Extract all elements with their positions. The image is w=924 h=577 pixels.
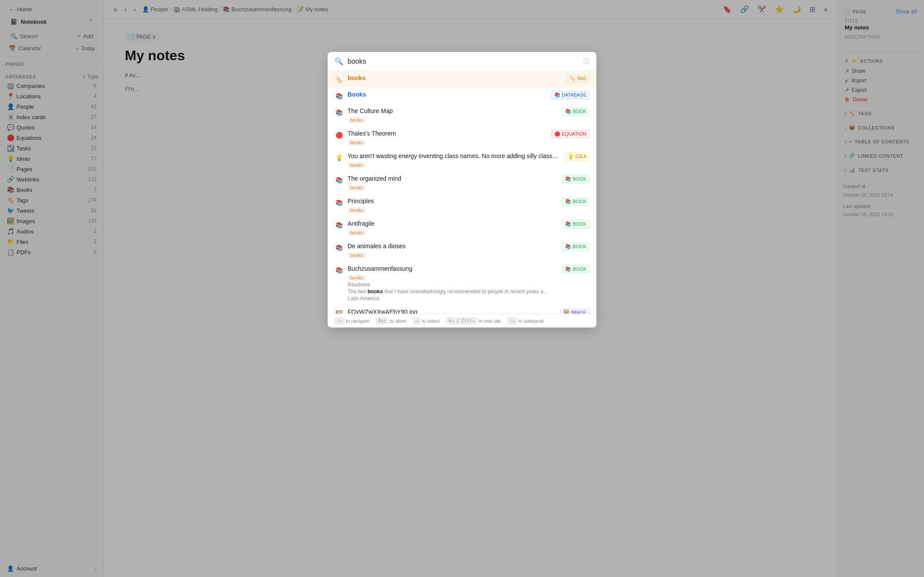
search-footer: ↑↓ to navigate Esc to abort ↵ to select … bbox=[328, 314, 596, 327]
badge-organized-mind: 📚 BOOK bbox=[562, 175, 589, 183]
esc-key: Esc bbox=[376, 318, 388, 324]
result-content-organized-mind: The organized mind books bbox=[348, 175, 558, 191]
tag-row-buchzusammenfassung: books bbox=[348, 273, 558, 281]
search-result-idea-class[interactable]: 💡 You aren't wasting energy inventing cl… bbox=[328, 149, 596, 172]
result-name-foxwz: FOxWZwXXwAEbY90.jpg bbox=[348, 308, 556, 314]
footer-navigate: ↑↓ to navigate bbox=[335, 318, 369, 324]
shift-enter-key: ⇧↵ bbox=[508, 318, 517, 324]
result-name-organized-mind: The organized mind bbox=[348, 175, 558, 182]
nav-label: to navigate bbox=[346, 318, 369, 324]
badge-buchzusammenfassung: 📚 BOOK bbox=[562, 265, 589, 273]
result-content-de-animales: De animales a dioses books bbox=[348, 243, 558, 258]
result-icon-antifragile: 📚 bbox=[335, 221, 343, 230]
sidepanel-label: in sidepanel bbox=[519, 318, 544, 324]
search-result-books-db[interactable]: 📚 Books 📚 DATABASE bbox=[328, 88, 596, 104]
tag-badge-culture-map: books bbox=[348, 117, 365, 123]
result-content-books-db: Books bbox=[348, 91, 547, 98]
search-results: 🏷️ books 🏷️ TAG 📚 Books 📚 DATABASE 📚 The… bbox=[328, 71, 596, 314]
result-content-culture-map: The Culture Map books bbox=[348, 107, 558, 123]
result-icon-foxwz: 🖼️ bbox=[335, 309, 343, 314]
result-name-books-db: Books bbox=[348, 91, 547, 98]
search-result-principles[interactable]: 📚 Principles books 📚 BOOK bbox=[328, 194, 596, 217]
result-name-culture-map: The Culture Map bbox=[348, 107, 558, 114]
tag-row-thales: books bbox=[348, 138, 547, 146]
badge-foxwz: 🖼️ IMAGE bbox=[560, 308, 589, 314]
tag-badge-de-animales: books bbox=[348, 252, 365, 258]
result-name-de-animales: De animales a dioses bbox=[348, 243, 558, 250]
result-icon-culture-map: 📚 bbox=[335, 108, 343, 117]
result-content-thales: Thales's Theorem books bbox=[348, 130, 547, 146]
search-result-antifragile[interactable]: 📚 Antifragile books 📚 BOOK bbox=[328, 217, 596, 239]
footer-abort: Esc to abort bbox=[376, 318, 406, 324]
badge-idea-class: 💡 IDEA bbox=[565, 152, 589, 161]
result-content-antifragile: Antifragile books bbox=[348, 220, 558, 236]
result-name-antifragile: Antifragile bbox=[348, 220, 558, 227]
result-icon-books-db: 📚 bbox=[335, 92, 343, 100]
subline-buchzusammenfassung-2: Latin America bbox=[348, 295, 558, 301]
result-icon-buchzusammenfassung: 📚 bbox=[335, 266, 343, 275]
result-name-books-tag: books bbox=[348, 75, 562, 81]
result-icon-books-tag: 🏷️ bbox=[335, 75, 343, 84]
result-icon-organized-mind: 📚 bbox=[335, 176, 343, 185]
badge-antifragile: 📚 BOOK bbox=[562, 220, 589, 228]
result-icon-thales: 🔴 bbox=[335, 131, 343, 139]
tag-badge-principles: books bbox=[348, 207, 365, 213]
new-tab-label: in new tab bbox=[478, 318, 500, 324]
result-content-foxwz: FOxWZwXXwAEbY90.jpg books bbox=[348, 308, 556, 314]
search-input-row: 🔍 ⓘ bbox=[328, 52, 596, 71]
result-content-books-tag: books bbox=[348, 75, 562, 81]
subline-buchzusammenfassung-1: The two books that I have overwhelmingly… bbox=[348, 288, 558, 295]
search-modal-icon: 🔍 bbox=[335, 57, 343, 65]
badge-books-db: 📚 DATABASE bbox=[551, 91, 589, 99]
result-icon-de-animales: 📚 bbox=[335, 243, 343, 252]
tag-row-de-animales: books bbox=[348, 251, 558, 258]
result-name-buchzusammenfassung: Buchzusammenfassung bbox=[348, 265, 558, 272]
tag-badge-idea-class: books bbox=[348, 162, 365, 168]
cmd-enter-key: ⌘↵ / Ctrl↵ bbox=[446, 318, 477, 324]
search-result-thales[interactable]: 🔴 Thales's Theorem books 🔴 EQUATION bbox=[328, 126, 596, 149]
search-result-buchzusammenfassung[interactable]: 📚 Buchzusammenfassung books ReadwiseThe … bbox=[328, 262, 596, 305]
result-content-principles: Principles books bbox=[348, 198, 558, 213]
result-icon-idea-class: 💡 bbox=[335, 153, 343, 162]
tag-row-organized-mind: books bbox=[348, 183, 558, 191]
result-icon-principles: 📚 bbox=[335, 198, 343, 207]
tag-row-culture-map: books bbox=[348, 116, 558, 123]
badge-de-animales: 📚 BOOK bbox=[562, 243, 589, 251]
search-overlay[interactable]: 🔍 ⓘ 🏷️ books 🏷️ TAG 📚 Books 📚 DATABASE 📚… bbox=[0, 0, 924, 577]
nav-key: ↑↓ bbox=[335, 318, 344, 324]
badge-principles: 📚 BOOK bbox=[562, 198, 589, 206]
search-info-icon[interactable]: ⓘ bbox=[583, 58, 589, 65]
tag-badge-buchzusammenfassung: books bbox=[348, 275, 365, 281]
esc-label: to abort bbox=[390, 318, 406, 324]
search-result-culture-map[interactable]: 📚 The Culture Map books 📚 BOOK bbox=[328, 104, 596, 126]
tag-badge-organized-mind: books bbox=[348, 185, 365, 191]
result-name-idea-class: You aren't wasting energy inventing clas… bbox=[348, 152, 560, 159]
search-modal-input[interactable] bbox=[348, 58, 579, 65]
tag-row-idea-class: books bbox=[348, 161, 560, 168]
tag-badge-antifragile: books bbox=[348, 230, 365, 236]
search-result-organized-mind[interactable]: 📚 The organized mind books 📚 BOOK bbox=[328, 172, 596, 194]
badge-books-tag: 🏷️ TAG bbox=[566, 75, 589, 83]
footer-select: ↵ to select bbox=[413, 318, 439, 324]
footer-new-tab: ⌘↵ / Ctrl↵ in new tab bbox=[446, 318, 500, 324]
search-modal: 🔍 ⓘ 🏷️ books 🏷️ TAG 📚 Books 📚 DATABASE 📚… bbox=[328, 52, 596, 327]
enter-label: to select bbox=[422, 318, 439, 324]
result-name-principles: Principles bbox=[348, 198, 558, 204]
result-content-idea-class: You aren't wasting energy inventing clas… bbox=[348, 152, 560, 168]
enter-key: ↵ bbox=[413, 318, 420, 324]
search-result-books-tag[interactable]: 🏷️ books 🏷️ TAG bbox=[328, 71, 596, 88]
subline-buchzusammenfassung-0: Readwise bbox=[348, 282, 558, 288]
tag-row-principles: books bbox=[348, 206, 558, 213]
footer-sidepanel: ⇧↵ in sidepanel bbox=[508, 318, 544, 324]
search-result-foxwz[interactable]: 🖼️ FOxWZwXXwAEbY90.jpg books 🖼️ IMAGE bbox=[328, 305, 596, 314]
badge-culture-map: 📚 BOOK bbox=[562, 107, 589, 116]
tag-badge-thales: books bbox=[348, 139, 365, 146]
badge-thales: 🔴 EQUATION bbox=[551, 130, 589, 138]
result-content-buchzusammenfassung: Buchzusammenfassung books ReadwiseThe tw… bbox=[348, 265, 558, 301]
highlight-text: books bbox=[368, 288, 383, 295]
tag-row-antifragile: books bbox=[348, 228, 558, 236]
result-name-thales: Thales's Theorem bbox=[348, 130, 547, 137]
search-result-de-animales[interactable]: 📚 De animales a dioses books 📚 BOOK bbox=[328, 239, 596, 262]
